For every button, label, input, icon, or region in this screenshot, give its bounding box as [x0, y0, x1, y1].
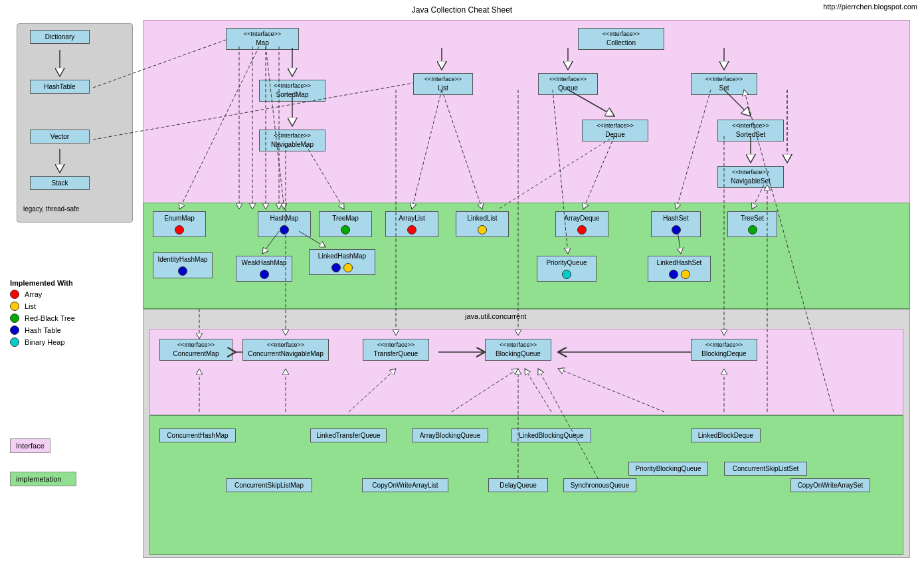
hashtable-label: HashTable — [44, 83, 75, 90]
legend-item-binaryheap: Binary Heap — [10, 337, 75, 347]
array-dot — [10, 290, 19, 299]
stack-label: Stack — [51, 179, 68, 187]
main-pink-region — [143, 20, 910, 219]
interface-legend-box: Interface — [10, 438, 50, 453]
vector-label: Vector — [50, 133, 69, 140]
legend-item-hashtable: Hash Table — [10, 326, 75, 335]
rbt-dot — [10, 314, 19, 323]
page-title: Java Collection Cheat Sheet — [412, 3, 512, 17]
legacy-region — [17, 23, 133, 223]
legacy-label: legacy, thread-safe — [23, 205, 79, 213]
list-dot — [10, 302, 19, 311]
legend-item-list: List — [10, 302, 75, 311]
hashtable-dot — [10, 326, 19, 335]
implementation-legend-box: implemetation — [10, 472, 76, 486]
legend-item-rbt: Red-Black Tree — [10, 314, 75, 323]
page-url: http://pierrchen.blogspot.com — [823, 3, 917, 11]
binaryheap-dot — [10, 337, 19, 347]
dictionary-label: Dictionary — [45, 33, 74, 41]
legend-item-array: Array — [10, 290, 75, 299]
concurrent-label: java.util.concurrent — [465, 312, 526, 320]
legend: Implemented With Array List Red-Black Tr… — [10, 279, 75, 349]
